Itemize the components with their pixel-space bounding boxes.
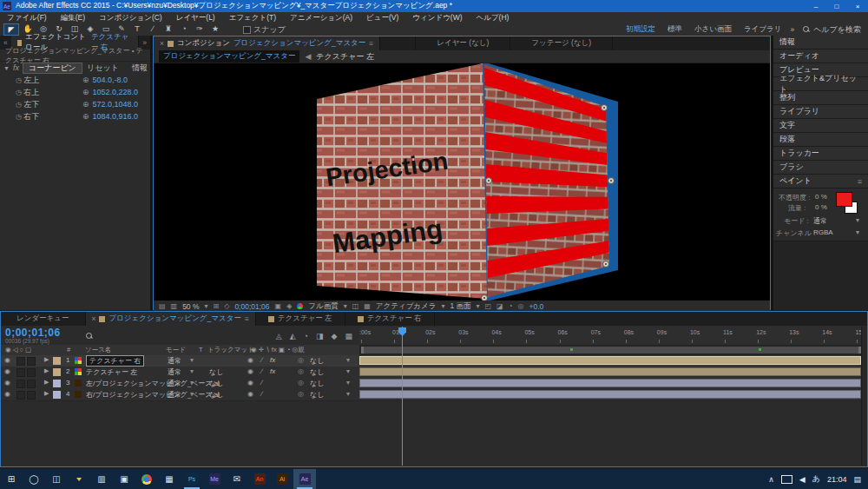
collapsed-panel-tab[interactable]: 段落 (773, 133, 868, 147)
minimize-button[interactable]: – (806, 0, 826, 12)
quality-switch[interactable]: ∕ (261, 379, 262, 387)
main-monitor-icon[interactable]: ▥ (171, 302, 178, 310)
solo-cell[interactable] (27, 391, 36, 400)
flow-value[interactable]: 0 % (815, 203, 827, 211)
mode-dropdown-icon[interactable]: ▾ (190, 356, 194, 364)
eye-icon[interactable]: ◉ (4, 379, 10, 387)
workspace-overflow[interactable]: » (790, 25, 794, 34)
workspace-tab[interactable]: ライブラリ (744, 24, 782, 35)
parent-pickwhip-icon[interactable]: ◎ (298, 367, 304, 375)
timeline-scrollbar[interactable] (861, 327, 867, 466)
taskbar-app-icon[interactable]: Ps (181, 469, 203, 489)
taskbar-app-icon[interactable]: ◯ (23, 469, 45, 489)
param-value[interactable]: 1052.0,228.0 (93, 88, 139, 96)
mode-header[interactable]: モード (166, 346, 186, 354)
mode-select[interactable]: 通常 (813, 216, 827, 226)
parent-dropdown-icon[interactable]: ▾ (346, 367, 350, 375)
parent-select[interactable]: なし (310, 379, 324, 388)
taskbar-app-icon[interactable]: ✉ (226, 469, 248, 489)
collapsed-panel-tab[interactable]: トラッカー (773, 147, 868, 161)
effect-info-button[interactable]: 情報 (132, 63, 148, 74)
fast-preview-icon[interactable]: ◔ (509, 302, 513, 310)
fx-badge-icon[interactable]: fx (13, 63, 19, 72)
volume-icon[interactable]: ◀ (799, 475, 806, 484)
layer-name[interactable]: テクスチャー 右 (86, 355, 144, 367)
panel-menu-icon[interactable]: ≡ (858, 177, 862, 186)
trackmatte-select[interactable]: なし (209, 367, 223, 377)
effect-name-chip[interactable]: コーナーピン (23, 63, 82, 74)
shy-switch[interactable]: ◉ (247, 379, 253, 387)
tray-expand-icon[interactable]: ∧ (768, 475, 774, 484)
taskbar-app-icon[interactable]: ▥ (90, 469, 113, 489)
expand-arrow-icon[interactable]: ▶ (44, 367, 49, 374)
parent-dropdown-icon[interactable]: ▾ (346, 379, 350, 387)
layer-duration-bar[interactable] (359, 356, 861, 365)
show-snapshot-icon[interactable]: ◈ (286, 302, 292, 310)
audio-cell[interactable] (16, 368, 25, 377)
audio-cell[interactable] (16, 391, 25, 400)
expand-arrow-icon[interactable]: ▶ (44, 379, 49, 386)
taskbar-app-icon[interactable] (135, 469, 158, 489)
panel-menu-icon[interactable]: ≡ (369, 39, 373, 48)
comp-marker[interactable] (759, 348, 761, 351)
taskbar-app-icon[interactable]: Me (203, 469, 226, 489)
parent-select[interactable]: なし (310, 390, 324, 400)
eye-icon[interactable]: ◉ (4, 356, 10, 364)
toolbar-tool-icon[interactable]: ◔ (177, 23, 191, 34)
solo-cell[interactable] (27, 357, 36, 366)
layer-row[interactable]: ◉ ▶ 1 テクスチャー 右 通常 ▾ ◉ ∕ fx ◎ なし ▾ (1, 355, 867, 367)
ime-indicator[interactable]: あ (812, 473, 820, 485)
composition-viewer[interactable]: Projection Mapping (154, 63, 770, 301)
workspace-tab[interactable]: 標準 (667, 24, 682, 35)
stopwatch-icon[interactable]: ◷ (16, 101, 23, 109)
mode-dropdown-icon[interactable]: ▾ (190, 390, 194, 398)
effect-reset-button[interactable]: リセット (87, 63, 119, 74)
collapsed-panel-tab[interactable]: エフェクト&プリセット (773, 77, 868, 91)
fx-switch[interactable]: fx (270, 356, 275, 364)
tab-texture-left[interactable]: テクスチャー 左 (256, 312, 345, 326)
solo-cell[interactable] (27, 380, 36, 388)
region-of-interest-icon[interactable]: ◫ (352, 302, 359, 310)
tab-render-queue[interactable]: レンダーキュー (1, 312, 86, 326)
timeline-view-toggle-icon[interactable]: ◨ (316, 332, 324, 340)
layer-duration-bar[interactable] (359, 390, 861, 399)
tab-layer[interactable]: レイヤー (なし) (415, 36, 510, 50)
breadcrumb-target[interactable]: テクスチャー 左 (316, 51, 374, 63)
taskbar-app-icon[interactable]: Ae (293, 469, 316, 489)
playhead[interactable] (402, 327, 403, 466)
collapsed-panel-tab[interactable]: 文字 (773, 119, 868, 133)
mode-dropdown-icon[interactable]: ▾ (190, 367, 194, 375)
menu-item[interactable]: エフェクト(T) (222, 13, 283, 23)
blend-mode-select[interactable]: 通常 (168, 356, 181, 366)
parent-header[interactable]: 親 (298, 346, 305, 354)
mode-dropdown-icon[interactable]: ▾ (190, 379, 194, 387)
collapsed-panel-tab[interactable]: 情報 (773, 36, 868, 50)
panel-menu-icon[interactable]: ≡ (245, 314, 249, 323)
tab-texture-right[interactable]: テクスチャー 右 (345, 312, 435, 326)
tab-footage[interactable]: フッテージ (なし) (510, 36, 613, 50)
collapsed-panel-tab[interactable]: オーディオ (773, 50, 868, 63)
stopwatch-icon[interactable]: ◷ (16, 89, 23, 96)
taskbar-app-icon[interactable]: ▼ (68, 469, 90, 489)
expand-arrow-icon[interactable]: ▶ (44, 390, 49, 397)
timeline-view-toggle-icon[interactable]: ◬ (276, 332, 282, 340)
workspace-tab[interactable]: 初期設定 (626, 24, 655, 35)
layer-row[interactable]: ◉ ▶ 3 左/プロジェクションマッピング_ベース.ai 通常 ▾ なし ◉ ∕… (1, 378, 867, 390)
parent-pickwhip-icon[interactable]: ◎ (298, 356, 304, 364)
layer-row[interactable]: ◉ ▶ 2 テクスチャー 左 通常 ▾ なし ◉ ∕ fx ◎ なし ▾ (1, 367, 867, 379)
expand-arrow-icon[interactable]: ▶ (44, 356, 49, 363)
quality-switch[interactable]: ∕ (261, 367, 262, 375)
breadcrumb-arrow-icon[interactable]: ◀ (305, 52, 311, 61)
menu-item[interactable]: ウィンドウ(W) (405, 13, 469, 23)
quality-switch[interactable]: ∕ (261, 356, 262, 364)
parent-dropdown-icon[interactable]: ▾ (346, 356, 350, 364)
resolution-select[interactable]: フル画質 (308, 301, 338, 312)
exposure-value[interactable]: +0.0 (529, 302, 544, 311)
label-color-swatch[interactable] (53, 368, 61, 376)
share-view-icon[interactable]: ◰ (485, 302, 492, 310)
eye-icon[interactable]: ◉ (4, 390, 10, 398)
trackmatte-header[interactable]: トラックマット (207, 346, 254, 354)
shy-switch[interactable]: ◉ (247, 367, 253, 375)
timeline-view-toggle-icon[interactable]: ◔ (304, 332, 308, 340)
shy-switch[interactable]: ◉ (247, 356, 253, 364)
